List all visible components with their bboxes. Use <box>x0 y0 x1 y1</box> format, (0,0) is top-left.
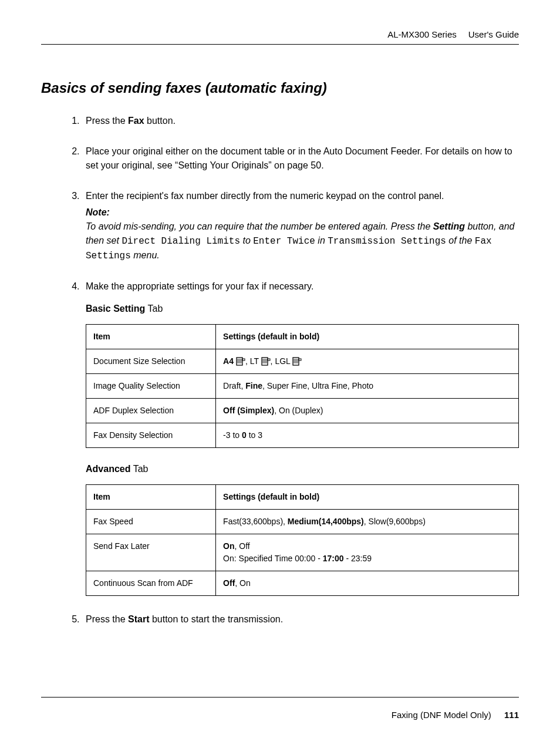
step-5-pre: Press the <box>86 614 128 624</box>
footer-chapter: Faxing (DNF Model Only) <box>392 710 491 720</box>
table-header-row: Item Settings (default in bold) <box>86 325 519 349</box>
adv-r2-l2-post: - 23:59 <box>344 554 372 563</box>
table-row: Document Size Selection A4 , LT , LGL <box>86 349 519 374</box>
adv-r3-bold: Off <box>223 578 235 588</box>
note-setting: Setting <box>433 221 465 231</box>
table-row: Fax Speed Fast(33,600bps), Medium(14,400… <box>86 510 519 534</box>
orientation-icon <box>236 357 245 366</box>
header-rule <box>41 44 519 45</box>
note-a: To avoid mis-sending, you can require th… <box>86 221 433 231</box>
adv-r1-pre: Fast(33,600bps), <box>223 517 288 526</box>
basic-r1-item: Document Size Selection <box>86 349 216 374</box>
step-1-pre: Press the <box>86 116 128 126</box>
svg-rect-2 <box>262 358 268 365</box>
step-5-bold: Start <box>128 614 149 624</box>
basic-th-settings: Settings (default in bold) <box>216 325 519 349</box>
basic-r1-settings: A4 , LT , LGL <box>216 349 519 374</box>
svg-rect-4 <box>293 358 299 365</box>
step-1-bold: Fax <box>128 116 144 126</box>
header-series: AL-MX300 Series <box>387 29 457 39</box>
basic-r2-pre: Draft, <box>223 381 245 390</box>
note-label: Note: <box>86 205 519 220</box>
step-4-text: Make the appropriate settings for your f… <box>86 281 313 291</box>
adv-r2-item: Send Fax Later <box>86 534 216 571</box>
note-d: in <box>315 235 328 245</box>
section-title: Basics of sending faxes (automatic faxin… <box>41 80 519 96</box>
step-5: Press the Start button to start the tran… <box>82 612 519 626</box>
table-row: Send Fax Later On, Off On: Specified Tim… <box>86 534 519 571</box>
footer-rule <box>41 697 519 698</box>
note-mono-3: Transmission Settings <box>328 236 446 247</box>
basic-th-item: Item <box>86 325 216 349</box>
adv-r3-post: , On <box>235 578 250 588</box>
advanced-tab-heading-plain: Tab <box>130 464 148 474</box>
basic-r2-bold: Fine <box>245 381 262 390</box>
basic-r4-item: Fax Density Selection <box>86 423 216 448</box>
adv-r2-on: On <box>223 541 234 551</box>
adv-r2-l2-bold: 17:00 <box>323 554 344 563</box>
step-3: Enter the recipient's fax number directl… <box>82 189 519 263</box>
steps-list: Press the Fax button. Place your origina… <box>59 114 519 626</box>
basic-r3-item: ADF Duplex Selection <box>86 399 216 423</box>
advanced-settings-table: Item Settings (default in bold) Fax Spee… <box>86 484 519 596</box>
step-1-post: button. <box>144 116 176 126</box>
step-5-post: button to start the transmission. <box>149 614 283 624</box>
basic-tab-heading-bold: Basic Setting <box>86 304 145 314</box>
step-2: Place your original either on the docume… <box>82 144 519 173</box>
advanced-tab-heading-bold: Advanced <box>86 464 130 474</box>
table-row: Fax Density Selection -3 to 0 to 3 <box>86 423 519 448</box>
table-row: Image Quality Selection Draft, Fine, Sup… <box>86 374 519 399</box>
table-header-row: Item Settings (default in bold) <box>86 485 519 510</box>
table-row: ADF Duplex Selection Off (Simplex), On (… <box>86 399 519 423</box>
step-2-text: Place your original either on the docume… <box>86 146 512 170</box>
step-3-text: Enter the recipient's fax number directl… <box>86 191 444 201</box>
basic-r4-settings: -3 to 0 to 3 <box>216 423 519 448</box>
basic-r3-settings: Off (Simplex), On (Duplex) <box>216 399 519 423</box>
table-row: Continuous Scan from ADF Off, On <box>86 571 519 596</box>
basic-tab-heading-plain: Tab <box>145 304 163 314</box>
advanced-tab-heading: Advanced Tab <box>86 462 519 476</box>
basic-r3-bold: Off (Simplex) <box>223 406 274 415</box>
adv-r1-bold: Medium(14,400bps) <box>288 517 364 526</box>
adv-th-settings: Settings (default in bold) <box>216 485 519 510</box>
note-mono-2: Enter Twice <box>253 236 315 247</box>
orientation-icon <box>261 357 271 366</box>
basic-r1-mid: , LT <box>245 356 261 366</box>
basic-r2-item: Image Quality Selection <box>86 374 216 399</box>
note-f: menu. <box>131 250 160 260</box>
note-body: To avoid mis-sending, you can require th… <box>86 220 519 263</box>
running-header: AL-MX300 SeriesUser's Guide <box>41 29 519 39</box>
basic-tab-heading: Basic Setting Tab <box>86 302 519 316</box>
basic-r2-post: , Super Fine, Ultra Fine, Photo <box>262 381 373 390</box>
adv-r3-item: Continuous Scan from ADF <box>86 571 216 596</box>
svg-rect-0 <box>237 358 242 365</box>
note-mono-1: Direct Dialing Limits <box>122 236 240 247</box>
note-e: of the <box>446 235 475 245</box>
basic-r4-pre: -3 to <box>223 430 242 440</box>
adv-r1-settings: Fast(33,600bps), Medium(14,400bps), Slow… <box>216 510 519 534</box>
basic-r2-settings: Draft, Fine, Super Fine, Ultra Fine, Pho… <box>216 374 519 399</box>
note-c: to <box>240 235 253 245</box>
footer-page-number: 111 <box>504 710 519 720</box>
basic-settings-table: Item Settings (default in bold) Document… <box>86 324 519 448</box>
adv-r2-l2-pre: On: Specified Time 00:00 - <box>223 554 323 563</box>
adv-r1-post: , Slow(9,600bps) <box>364 517 426 526</box>
adv-r1-item: Fax Speed <box>86 510 216 534</box>
header-doc: User's Guide <box>468 29 519 39</box>
orientation-icon <box>292 357 302 366</box>
basic-r4-bold: 0 <box>242 430 247 440</box>
adv-r2-off-post: , Off <box>235 541 250 551</box>
adv-r2-settings: On, Off On: Specified Time 00:00 - 17:00… <box>216 534 519 571</box>
step-1: Press the Fax button. <box>82 114 519 128</box>
basic-r1-a4: A4 <box>223 356 234 366</box>
basic-r3-post: , On (Duplex) <box>274 406 323 415</box>
adv-th-item: Item <box>86 485 216 510</box>
basic-r1-end: , LGL <box>271 356 293 366</box>
running-footer: Faxing (DNF Model Only) 111 <box>392 710 519 720</box>
step-4: Make the appropriate settings for your f… <box>82 279 519 596</box>
basic-r4-post: to 3 <box>247 430 262 440</box>
adv-r3-settings: Off, On <box>216 571 519 596</box>
